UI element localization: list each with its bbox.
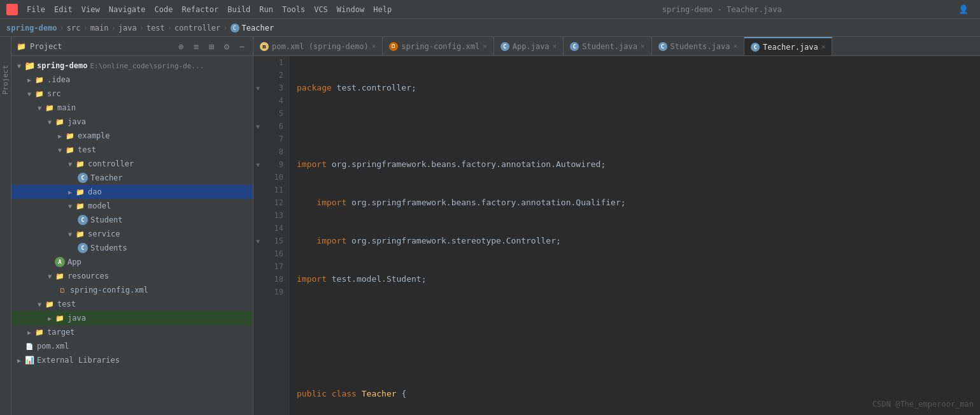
tree-controller[interactable]: ▼ 📁 controller xyxy=(11,157,253,171)
tab-close-app[interactable]: × xyxy=(553,42,557,50)
menu-navigate[interactable]: Navigate xyxy=(105,4,150,15)
menu-window[interactable]: Window xyxy=(333,4,368,15)
tab-students[interactable]: C Students.java × xyxy=(652,37,745,55)
tree-ext-libs[interactable]: ▶ 📊 External Libraries xyxy=(11,353,253,367)
libs-icon: 📊 xyxy=(24,355,34,365)
root-path: E:\online_code\spring-de... xyxy=(90,62,204,70)
tree-resources[interactable]: ▼ 📁 resources xyxy=(11,269,253,283)
tree-student[interactable]: C Student xyxy=(11,213,253,227)
menu-run[interactable]: Run xyxy=(255,4,277,15)
minimize-icon[interactable]: − xyxy=(236,41,248,52)
locate-icon[interactable]: ⊕ xyxy=(175,41,187,52)
code-editor[interactable]: ▼ ▼ ▼ ▼ xyxy=(253,56,980,415)
tree-service[interactable]: ▼ 📁 service xyxy=(11,227,253,241)
code-content[interactable]: package test.controller; import org.spri… xyxy=(289,56,980,415)
breadcrumb-src[interactable]: src xyxy=(67,24,81,33)
folder-icon-example: 📁 xyxy=(65,131,75,141)
tree-java[interactable]: ▼ 📁 java xyxy=(11,115,253,129)
folder-icon-src: 📁 xyxy=(34,89,45,99)
project-tab-label[interactable]: Project xyxy=(0,62,11,97)
xml-icon-pom: 📄 xyxy=(24,341,34,351)
menu-edit[interactable]: Edit xyxy=(50,4,76,15)
menu-tools[interactable]: Tools xyxy=(278,4,309,15)
tree-students[interactable]: C Students xyxy=(11,241,253,255)
tree-dao[interactable]: ▶ 📁 dao xyxy=(11,185,253,199)
arrow-example: ▶ xyxy=(55,131,65,141)
project-panel: 📁 Project ⊕ ≡ ⊞ ⚙ − ▼ 📁 spring-demo E:\o… xyxy=(11,37,253,415)
code-line-3: import org.springframework.beans.factory… xyxy=(297,158,972,171)
tree-example[interactable]: ▶ 📁 example xyxy=(11,129,253,143)
tree-root[interactable]: ▼ 📁 spring-demo E:\online_code\spring-de… xyxy=(11,59,253,73)
collapse-all-icon[interactable]: ≡ xyxy=(190,41,202,52)
code-gutter: ▼ ▼ ▼ ▼ xyxy=(253,56,262,415)
menu-vcs[interactable]: VCS xyxy=(310,4,332,15)
label-spring-config: spring-config.xml xyxy=(70,286,148,295)
tab-pom[interactable]: m pom.xml (spring-demo) × xyxy=(253,37,383,55)
gutter-12 xyxy=(253,196,262,209)
tree-test-pkg[interactable]: ▼ 📁 test xyxy=(11,143,253,157)
tab-close-teacher[interactable]: × xyxy=(821,43,826,51)
tree-java-test[interactable]: ▶ 📁 java xyxy=(11,311,253,325)
tree-src[interactable]: ▼ 📁 src xyxy=(11,87,253,101)
arrow-java-test: ▶ xyxy=(45,313,55,323)
tree-teacher[interactable]: C Teacher xyxy=(11,171,253,185)
tab-close-students[interactable]: × xyxy=(733,42,737,50)
arrow-java: ▼ xyxy=(45,117,55,127)
menu-file[interactable]: File xyxy=(23,4,49,15)
label-ext-libs: External Libraries xyxy=(37,356,120,365)
menu-code[interactable]: Code xyxy=(151,4,177,15)
arrow-ext-libs: ▶ xyxy=(14,355,24,365)
tab-close-spring-config[interactable]: × xyxy=(483,42,487,50)
filter-icon[interactable]: ⊞ xyxy=(206,41,217,52)
arrow-test-pkg: ▼ xyxy=(55,145,65,155)
folder-icon-test-pkg: 📁 xyxy=(65,145,75,155)
menu-refactor[interactable]: Refactor xyxy=(178,4,222,15)
project-tree[interactable]: ▼ 📁 spring-demo E:\online_code\spring-de… xyxy=(11,56,253,415)
title-bar: File Edit View Navigate Code Refactor Bu… xyxy=(0,0,980,19)
tree-target[interactable]: ▶ 📁 target xyxy=(11,325,253,339)
tree-spring-config[interactable]: 🗋 spring-config.xml xyxy=(11,283,253,297)
label-student: Student xyxy=(90,215,123,224)
label-example: example xyxy=(78,131,110,140)
line-numbers: 12345 678910 1112131415 16171819 xyxy=(262,56,289,415)
label-dao: dao xyxy=(88,187,102,196)
arrow-service: ▼ xyxy=(65,229,75,239)
folder-icon-resources: 📁 xyxy=(55,271,65,281)
menu-help[interactable]: Help xyxy=(369,4,395,15)
user-icon[interactable]: 👤 xyxy=(958,4,969,14)
tree-test-src[interactable]: ▼ 📁 test xyxy=(11,297,253,311)
breadcrumb-test[interactable]: test xyxy=(146,24,165,33)
tab-icon-spring-config: 🗋 xyxy=(389,42,398,51)
menu-build[interactable]: Build xyxy=(224,4,254,15)
tree-idea[interactable]: ▶ 📁 .idea xyxy=(11,73,253,87)
tab-student[interactable]: C Student.java × xyxy=(564,37,651,55)
arrow-controller: ▼ xyxy=(65,159,75,169)
tab-close-pom[interactable]: × xyxy=(372,42,376,50)
editor-tabs[interactable]: m pom.xml (spring-demo) × 🗋 spring-confi… xyxy=(253,37,980,56)
breadcrumb-project[interactable]: spring-demo xyxy=(6,24,57,33)
tree-model[interactable]: ▼ 📁 model xyxy=(11,199,253,213)
tab-spring-config[interactable]: 🗋 spring-config.xml × xyxy=(383,37,494,55)
tree-app[interactable]: A App xyxy=(11,255,253,269)
folder-icon-header: 📁 xyxy=(17,42,26,51)
tab-teacher[interactable]: C Teacher.java × xyxy=(744,37,832,55)
label-java-test: java xyxy=(67,314,86,323)
label-main: main xyxy=(57,103,76,112)
breadcrumb-main[interactable]: main xyxy=(90,24,109,33)
tree-main[interactable]: ▼ 📁 main xyxy=(11,101,253,115)
tab-app[interactable]: C App.java × xyxy=(494,37,564,55)
xml-icon-spring: 🗋 xyxy=(57,285,67,295)
tab-close-student[interactable]: × xyxy=(641,42,645,50)
breadcrumb-controller[interactable]: controller xyxy=(174,24,220,33)
watermark: CSDN @The_emperoor_man xyxy=(872,400,974,409)
gutter-17 xyxy=(253,260,262,273)
breadcrumb-java[interactable]: java xyxy=(118,24,137,33)
breadcrumb-teacher[interactable]: Teacher xyxy=(242,24,274,33)
tab-icon-student: C xyxy=(570,42,579,51)
tab-icon-app: C xyxy=(501,42,509,51)
label-test-src: test xyxy=(57,300,76,309)
gutter-2 xyxy=(253,69,262,82)
settings-icon[interactable]: ⚙ xyxy=(221,41,232,52)
menu-view[interactable]: View xyxy=(78,4,104,15)
tree-pom[interactable]: 📄 pom.xml xyxy=(11,339,253,353)
